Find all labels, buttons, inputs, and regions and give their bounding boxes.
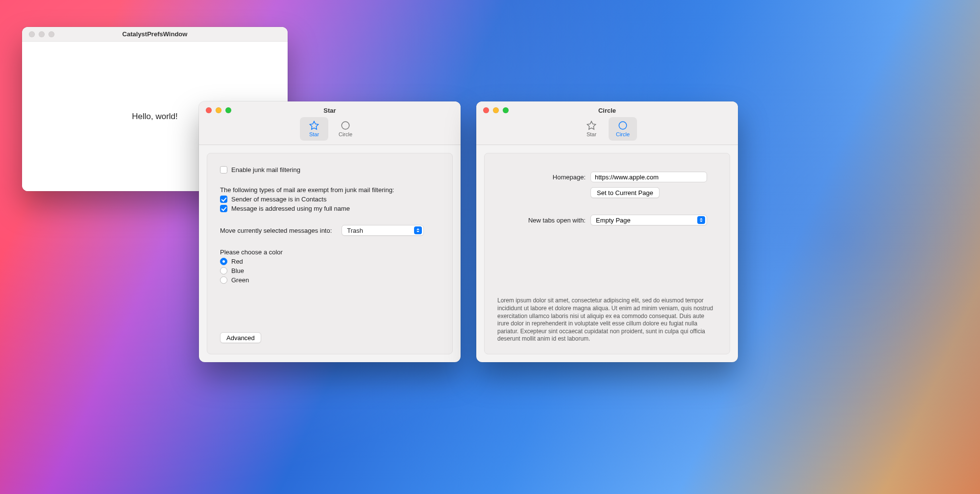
window-title: CatalystPrefsWindow bbox=[22, 30, 288, 38]
star-icon bbox=[309, 121, 319, 130]
set-current-page-button[interactable]: Set to Current Page bbox=[590, 187, 660, 198]
chevron-updown-icon bbox=[414, 226, 422, 234]
lorem-text: Lorem ipsum dolor sit amet, consectetur … bbox=[497, 297, 717, 343]
choose-color-heading: Please choose a color bbox=[220, 248, 440, 256]
exempt-heading: The following types of mail are exempt f… bbox=[220, 186, 440, 194]
color-green-radio[interactable] bbox=[220, 276, 227, 284]
full-name-checkbox[interactable] bbox=[220, 205, 227, 212]
homepage-field[interactable] bbox=[590, 172, 707, 182]
new-tabs-value: Empty Page bbox=[596, 217, 694, 224]
titlebar: Star Star Circle bbox=[199, 101, 461, 145]
tab-circle-label: Circle bbox=[616, 132, 630, 137]
window-title: Star bbox=[199, 107, 461, 114]
advanced-button[interactable]: Advanced bbox=[220, 332, 261, 343]
move-into-label: Move currently selected messages into: bbox=[220, 227, 332, 234]
circle-icon bbox=[617, 121, 628, 130]
color-blue-label: Blue bbox=[231, 267, 244, 274]
enable-junk-checkbox[interactable] bbox=[220, 166, 227, 173]
titlebar: Circle Star Circle bbox=[476, 101, 738, 145]
new-tabs-select[interactable]: Empty Page bbox=[590, 215, 707, 225]
tab-circle[interactable]: Circle bbox=[609, 117, 637, 141]
tab-star[interactable]: Star bbox=[577, 117, 606, 141]
star-icon bbox=[586, 121, 597, 130]
sender-contacts-checkbox[interactable] bbox=[220, 196, 227, 203]
enable-junk-label: Enable junk mail filtering bbox=[231, 166, 300, 173]
svg-point-0 bbox=[342, 122, 349, 129]
circle-prefs-window: Circle Star Circle Homepage: Set to Curr… bbox=[476, 101, 738, 362]
tab-star-label: Star bbox=[309, 132, 319, 137]
circle-icon bbox=[340, 121, 351, 130]
tab-star[interactable]: Star bbox=[300, 117, 328, 141]
chevron-updown-icon bbox=[697, 216, 705, 224]
homepage-label: Homepage: bbox=[497, 173, 586, 181]
window-title: Circle bbox=[476, 107, 738, 114]
new-tabs-label: New tabs open with: bbox=[497, 217, 586, 224]
tab-circle-label: Circle bbox=[339, 132, 352, 137]
svg-point-1 bbox=[619, 122, 626, 129]
color-red-label: Red bbox=[231, 258, 243, 265]
advanced-button-label: Advanced bbox=[226, 334, 255, 342]
tab-star-label: Star bbox=[587, 132, 596, 137]
tab-circle[interactable]: Circle bbox=[331, 117, 360, 141]
color-blue-radio[interactable] bbox=[220, 267, 227, 274]
move-into-select[interactable]: Trash bbox=[342, 225, 424, 236]
star-prefs-window: Star Star Circle Enable junk mail filter… bbox=[199, 101, 461, 362]
titlebar: CatalystPrefsWindow bbox=[22, 27, 288, 42]
color-green-label: Green bbox=[231, 276, 249, 284]
color-red-radio[interactable] bbox=[220, 258, 227, 265]
set-current-page-label: Set to Current Page bbox=[597, 189, 653, 197]
sender-contacts-label: Sender of message is in Contacts bbox=[231, 196, 326, 203]
full-name-label: Message is addressed using my full name bbox=[231, 205, 350, 212]
move-into-value: Trash bbox=[347, 227, 411, 234]
